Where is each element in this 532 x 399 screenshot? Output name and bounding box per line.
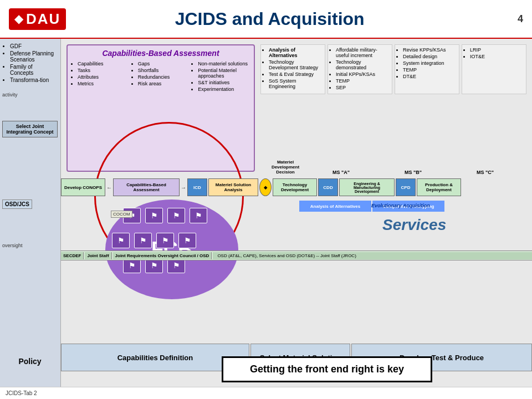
fcb-icon-4: ⚑ — [190, 208, 207, 223]
info-item: SEP — [336, 85, 390, 90]
main-content: GDF Defense Planning Scenarios Family of… — [0, 39, 532, 388]
cpd-box: CPD — [396, 178, 416, 196]
info-col-ms-a: Affordable military-useful increment Tec… — [328, 44, 392, 94]
cba-item: Shortfalls — [138, 68, 190, 73]
develop-conops-label: Develop CONOPS — [64, 185, 102, 190]
tab-label: JCIDS-Tab 2 — [6, 390, 37, 396]
emd-box: Engineering & Manufacturing Development — [339, 178, 395, 196]
cba-item: Redundancies — [138, 74, 190, 80]
ms-c-label: MS "C" — [477, 170, 494, 175]
cocom-label: COCOM — [111, 211, 132, 218]
footer: JCIDS-Tab 2 — [0, 387, 532, 399]
info-item: LRIP — [470, 47, 524, 53]
info-col-aoa: Analysis of Alternatives Technology Deve… — [260, 44, 325, 94]
policy-column: GDF Defense Planning Scenarios Family of… — [0, 39, 61, 388]
info-item: SoS System Engineering — [269, 78, 323, 89]
cdd-box: CDD — [318, 178, 338, 196]
info-col-ms-c: LRIP IOT&E — [462, 44, 526, 94]
info-item: TEMP — [403, 67, 457, 73]
fcb-icon-3: ⚑ — [167, 208, 185, 223]
develop-conops-box: Develop CONOPS — [61, 178, 105, 196]
ms-a-diamond: ◆ — [259, 178, 272, 196]
key-statement-text: Getting the front end right is key — [250, 364, 404, 375]
activity-label: activity — [0, 91, 60, 99]
select-joint-integrating: Select Joint Integrating Concept — [2, 121, 58, 137]
gdf-list: GDF Defense Planning Scenarios Family of… — [0, 39, 60, 89]
cba-item: Potential Materiel approaches — [198, 68, 249, 79]
family-concepts-item: Family of Concepts — [10, 64, 57, 76]
emd-label: Engineering & Manufacturing Development — [342, 182, 392, 193]
transformation-item: Transforma-tion — [10, 77, 57, 83]
page-number: 4 — [518, 13, 523, 25]
cba-item: Experimentation — [198, 86, 249, 92]
process-flow-row: Develop CONOPS ← Capabilities-Based Asse… — [61, 177, 532, 197]
msa-label: Materiel Solution Analysis — [211, 182, 255, 192]
info-col-ms-b: Revise KPPs/KSAs Detailed design System … — [395, 44, 459, 94]
cba-process-label: Capabilities-Based Assessment — [113, 178, 180, 196]
info-item: Detailed design — [403, 54, 457, 59]
cba-arrow-label: Capabilities-Based Assessment — [116, 182, 177, 192]
cba-item: Tasks — [78, 68, 129, 73]
services-label: Services — [382, 216, 446, 234]
fcb-icon-7: ⚑ — [156, 233, 174, 248]
osd-label: OSD (AT&L, CAPE), Services and OSD (DOT&… — [213, 252, 532, 259]
oversight-row: SECDEF Joint Staff Joint Requirements Ov… — [61, 250, 532, 260]
icd-box: ICD — [187, 178, 207, 196]
page-title: JCIDS and Acquisition — [22, 9, 518, 29]
key-statement-box: Getting the front end right is key — [222, 356, 432, 382]
diagram-area: Capabilities-Based Assessment Capabiliti… — [61, 39, 532, 388]
cba-item: Risk areas — [138, 81, 190, 86]
info-item: Technology Development Strategy — [269, 59, 323, 70]
info-item: TEMP — [336, 78, 390, 84]
pd-box: Production & Deployment — [417, 178, 461, 196]
cba-item: Non-materiel solutions — [198, 61, 249, 66]
cba-item: Attributes — [78, 74, 129, 80]
cba-box: Capabilities-Based Assessment Capabiliti… — [66, 44, 255, 172]
evolutionary-acquisition-label: Evolutionary Acquisition — [371, 203, 430, 208]
ms-a-label: MS "A" — [332, 170, 350, 175]
fcb-icon-8: ⚑ — [178, 233, 196, 248]
cba-col2: Gaps Shortfalls Redundancies Risk areas — [132, 61, 190, 93]
ms-b-label: MS "B" — [405, 170, 422, 175]
info-item: Analysis of Alternatives — [269, 47, 323, 58]
cba-inner: Capabilities Tasks Attributes Metrics Ga… — [68, 59, 254, 95]
cba-item: Gaps — [138, 61, 190, 66]
fcb-icon-2: ⚑ — [145, 208, 163, 223]
cba-item: Capabilities — [78, 61, 129, 66]
info-item: Affordable military-useful increment — [336, 47, 390, 58]
cba-item: Metrics — [78, 81, 129, 86]
td-box: Technology Development — [273, 178, 317, 196]
oversight-label: oversight — [2, 243, 23, 248]
info-item: Technology demonstrated — [336, 59, 390, 70]
cba-col1: Capabilities Tasks Attributes Metrics — [72, 61, 129, 93]
defense-planning-item: Defense Planning Scenarios — [10, 50, 57, 63]
mdd-label: MaterielDevelopmentDecision — [260, 160, 310, 175]
select-joint-label: Select Joint Integrating Concept — [7, 124, 54, 135]
cba-title: Capabilities-Based Assessment — [68, 45, 254, 59]
jroc-label: Joint Requirements Oversight Council / O… — [113, 252, 212, 259]
info-item: DT&E — [403, 74, 457, 79]
fcb-icon-6: ⚑ — [134, 233, 152, 248]
pd-label: Production & Deployment — [420, 182, 458, 192]
capabilities-definition-label: Capabilities Definition — [61, 344, 249, 371]
cba-item: S&T initiatives — [198, 80, 249, 85]
aoa-label: Analysis of Alternatives — [310, 204, 360, 209]
cba-col3: Non-materiel solutions Potential Materie… — [192, 61, 249, 93]
fcb-icons-area: ⚑ ⚑ ⚑ ⚑ ⚑ ⚑ ⚑ ⚑ ⚑ ⚑ ⚑ — [106, 205, 234, 294]
td-label: Technology Development — [275, 182, 314, 192]
info-item: IOT&E — [470, 54, 524, 59]
header: ◆ DAU JCIDS and Acquisition 4 — [0, 0, 532, 39]
gdf-item: GDF — [10, 43, 57, 49]
info-item: Test & Eval Strategy — [269, 71, 323, 77]
fcb-icon-5: ⚑ — [112, 233, 130, 248]
info-item: System integration — [403, 60, 457, 66]
osd-jcs-label: OSD/JCS — [2, 200, 32, 209]
joint-staff-label: Joint Staff — [85, 252, 111, 259]
msa-box: Materiel Solution Analysis — [208, 178, 258, 196]
right-info-area: Analysis of Alternatives Technology Deve… — [260, 44, 526, 94]
info-item: Revise KPPs/KSAs — [403, 47, 457, 53]
secdef-label: SECDEF — [61, 252, 84, 259]
aoa-phase-bar: Analysis of Alternatives — [299, 201, 371, 212]
info-item: Initial KPPs/KSAs — [336, 71, 390, 77]
policy-label: Policy — [2, 357, 58, 366]
